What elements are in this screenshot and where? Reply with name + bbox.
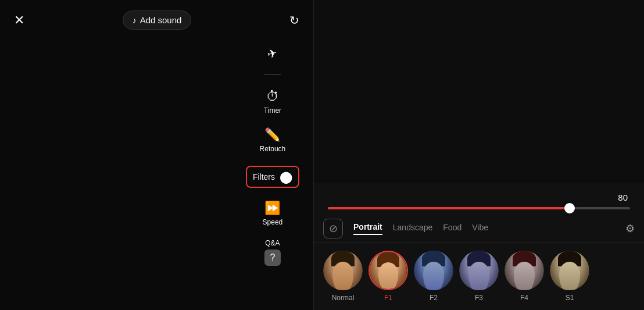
filter-normal-face xyxy=(332,262,354,290)
tab-vibe[interactable]: Vibe xyxy=(472,223,488,234)
retouch-icon-item[interactable]: ✏️ Retouch xyxy=(260,127,286,153)
filter-f1-overlay xyxy=(370,252,407,289)
camera-preview-area xyxy=(314,0,644,183)
qa-icon-item[interactable]: Q&A ? xyxy=(264,239,281,266)
filter-s1[interactable]: S1 xyxy=(550,251,589,302)
filter-normal-circle xyxy=(323,251,363,290)
slider-fill xyxy=(328,207,570,209)
add-sound-button[interactable]: ♪ Add sound xyxy=(123,10,192,30)
filter-f1[interactable]: F1 xyxy=(368,251,408,302)
tab-food[interactable]: Food xyxy=(443,223,461,234)
slider-thumb[interactable] xyxy=(564,203,575,213)
filter-normal-label: Normal xyxy=(332,294,355,302)
close-button[interactable]: ✕ xyxy=(14,13,24,28)
music-icon: ♪ xyxy=(133,16,137,25)
timer-icon: ⏱ xyxy=(266,89,279,104)
refresh-button[interactable]: ↻ xyxy=(289,13,299,27)
qa-label: Q&A xyxy=(265,239,280,247)
filter-f3-face xyxy=(468,262,490,290)
top-bar: ✕ ♪ Add sound ↻ xyxy=(0,0,313,35)
divider xyxy=(264,74,281,75)
filter-f1-face xyxy=(378,262,399,289)
flash-icon: ✈ xyxy=(266,45,280,62)
intensity-slider-section: 80 xyxy=(314,183,644,215)
filter-f3-circle xyxy=(459,251,499,290)
filter-f2-circle xyxy=(414,251,453,290)
slider-track[interactable] xyxy=(328,207,630,209)
speed-icon: ⏩ xyxy=(264,201,280,216)
filter-f3-overlay xyxy=(459,251,499,290)
filter-normal-overlay xyxy=(323,251,363,290)
flash-icon-item[interactable]: ✈ xyxy=(267,47,277,60)
filter-f2-overlay xyxy=(414,251,453,290)
filter-f2[interactable]: F2 xyxy=(414,251,453,302)
left-panel: ✕ ♪ Add sound ↻ ✈ ⏱ Timer ✏️ Retouch Fil… xyxy=(0,0,314,310)
timer-icon-item[interactable]: ⏱ Timer xyxy=(264,89,281,115)
filter-f2-face xyxy=(423,262,445,290)
tab-portrait[interactable]: Portrait xyxy=(353,222,382,235)
filter-f4[interactable]: F4 xyxy=(505,251,544,302)
no-filter-button[interactable]: ⊘ xyxy=(323,219,343,238)
filter-tabs: ⊘ Portrait Landscape Food Vibe ⚙ xyxy=(314,215,644,243)
filter-thumbnails-list: Normal F1 F2 xyxy=(314,243,644,310)
speed-label: Speed xyxy=(263,218,283,226)
slider-value: 80 xyxy=(328,193,630,202)
add-sound-label: Add sound xyxy=(140,15,182,25)
speed-icon-item[interactable]: ⏩ Speed xyxy=(263,201,283,226)
retouch-label: Retouch xyxy=(260,145,286,153)
filter-f4-circle xyxy=(505,251,544,290)
filters-icon: ⬤ xyxy=(280,170,292,184)
filter-f3[interactable]: F3 xyxy=(459,251,499,302)
retouch-icon: ✏️ xyxy=(264,127,280,142)
filters-label: Filters xyxy=(253,172,275,181)
settings-icon[interactable]: ⚙ xyxy=(625,222,635,235)
timer-label: Timer xyxy=(264,106,281,115)
filter-normal[interactable]: Normal xyxy=(323,251,363,302)
filter-s1-label: S1 xyxy=(566,294,574,302)
tab-landscape[interactable]: Landscape xyxy=(393,223,433,234)
filter-f4-face xyxy=(514,262,535,290)
filter-f2-label: F2 xyxy=(430,294,438,302)
qa-icon: ? xyxy=(264,250,281,266)
filter-f1-label: F1 xyxy=(384,294,392,302)
filter-f4-overlay xyxy=(505,251,544,290)
filter-s1-circle xyxy=(550,251,589,290)
filter-f3-label: F3 xyxy=(475,294,483,302)
right-icons-panel: ✈ ⏱ Timer ✏️ Retouch Filters ⬤ ⏩ Speed Q… xyxy=(246,47,299,266)
filter-f4-label: F4 xyxy=(520,294,528,302)
filter-s1-face xyxy=(559,262,581,290)
right-panel: 80 ⊘ Portrait Landscape Food Vibe ⚙ Norm… xyxy=(314,0,644,310)
filters-icon-item[interactable]: Filters ⬤ xyxy=(246,166,299,188)
filter-s1-overlay xyxy=(550,251,589,290)
filter-f1-circle xyxy=(368,251,408,290)
